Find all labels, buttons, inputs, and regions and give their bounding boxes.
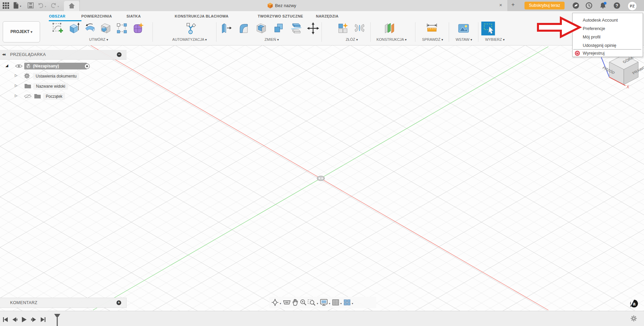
combine-icon[interactable] bbox=[273, 22, 285, 34]
create-sketch-icon[interactable] bbox=[52, 22, 64, 34]
browser-item-poczatek[interactable]: Początek bbox=[43, 93, 65, 100]
project-menu-button[interactable]: PROJEKT ▾ bbox=[3, 21, 40, 42]
joint-icon[interactable] bbox=[353, 22, 366, 34]
component-cube-icon bbox=[26, 63, 31, 69]
look-at-icon[interactable] bbox=[283, 299, 291, 306]
insert-image-icon[interactable] bbox=[457, 22, 470, 34]
shell-icon[interactable] bbox=[255, 22, 267, 34]
group-label-wstaw[interactable]: WSTAW ▾ bbox=[455, 37, 472, 41]
orbit-caret[interactable]: ▾ bbox=[280, 302, 281, 305]
undo-icon[interactable] bbox=[38, 2, 44, 8]
redo-caret[interactable]: ▾ bbox=[58, 5, 59, 8]
browser-root-item[interactable]: (Niezapisany) bbox=[24, 63, 87, 69]
group-separator bbox=[321, 22, 322, 42]
hole-icon[interactable] bbox=[100, 22, 112, 34]
tab-tworzywo-sztuczne[interactable]: TWORZYWO SZTUCZNE bbox=[258, 14, 303, 18]
menu-divider bbox=[573, 49, 641, 50]
eye-off-icon[interactable] bbox=[24, 94, 32, 99]
extrude-icon[interactable] bbox=[68, 22, 80, 34]
browser-item-nazwane-widoki[interactable]: Nazwane widoki bbox=[33, 83, 68, 90]
expand-arrow-open[interactable]: ◢ bbox=[5, 63, 8, 68]
move-copy-icon[interactable] bbox=[307, 22, 319, 34]
menu-item-udostepnij-opinie[interactable]: Udostępnij opinię bbox=[583, 43, 616, 48]
step-forward-icon[interactable] bbox=[31, 317, 36, 322]
pan-icon[interactable] bbox=[292, 299, 299, 306]
extensions-icon[interactable] bbox=[572, 2, 579, 9]
select-icon[interactable] bbox=[481, 22, 495, 35]
browser-item-ustawienia[interactable]: Ustawienia dokumentu bbox=[33, 73, 79, 80]
tab-narzedzia[interactable]: NARZĘDZIA bbox=[316, 14, 338, 18]
notifications-bell-icon[interactable] bbox=[599, 2, 607, 9]
zoom-icon[interactable] bbox=[300, 299, 307, 306]
menu-item-autodesk-account[interactable]: Autodesk Account bbox=[583, 18, 618, 23]
model-canvas[interactable] bbox=[0, 45, 644, 311]
minimize-icon[interactable]: − bbox=[117, 52, 122, 57]
construction-plane-icon[interactable] bbox=[383, 22, 396, 34]
add-comment-icon[interactable]: + bbox=[116, 300, 121, 305]
revolve-icon[interactable] bbox=[84, 22, 96, 34]
group-label-konstrukcja[interactable]: KONSTRUKCJA ▾ bbox=[376, 37, 406, 41]
eye-icon[interactable] bbox=[15, 64, 23, 68]
group-label-wybierz[interactable]: WYBIERZ ▾ bbox=[485, 37, 505, 41]
expand-arrow-icon[interactable]: ▷ bbox=[15, 94, 18, 97]
settings-gear-icon[interactable] bbox=[631, 315, 637, 322]
group-label-sprawdz[interactable]: SPRAWDŹ ▾ bbox=[422, 37, 443, 41]
split-body-icon[interactable] bbox=[290, 22, 302, 34]
skip-end-icon[interactable] bbox=[40, 317, 46, 322]
tab-siatka[interactable]: SIATKA bbox=[127, 14, 141, 18]
viewports-icon[interactable] bbox=[343, 299, 351, 306]
close-tab-button[interactable]: × bbox=[499, 2, 502, 8]
group-label-zloz[interactable]: ZŁÓŻ ▾ bbox=[346, 37, 358, 41]
app-grid-icon[interactable] bbox=[3, 2, 9, 9]
tab-obszar[interactable]: OBSZAR bbox=[49, 14, 66, 18]
help-icon[interactable]: ? bbox=[613, 2, 620, 9]
group-separator bbox=[152, 22, 153, 42]
step-back-icon[interactable] bbox=[12, 317, 18, 322]
menu-item-wyrejestruj[interactable]: Wyrejestruj bbox=[583, 51, 605, 56]
active-tab-underline bbox=[49, 20, 81, 21]
radio-icon[interactable] bbox=[84, 63, 90, 69]
orbit-icon[interactable] bbox=[271, 299, 279, 306]
avatar[interactable]: PZ bbox=[628, 1, 637, 11]
assistant-icon[interactable]: a bbox=[630, 299, 638, 308]
skip-start-icon[interactable] bbox=[3, 317, 8, 322]
file-new-icon[interactable] bbox=[13, 2, 19, 9]
fillet-icon[interactable] bbox=[238, 22, 250, 34]
play-icon[interactable] bbox=[22, 317, 27, 323]
press-pull-icon[interactable] bbox=[220, 22, 232, 34]
expand-arrow-icon[interactable]: ▷ bbox=[15, 73, 18, 77]
redo-icon[interactable] bbox=[50, 2, 57, 8]
tab-powierzchnia[interactable]: POWIERZCHNIA bbox=[81, 14, 112, 18]
new-component-icon[interactable] bbox=[337, 22, 349, 34]
grid-settings-icon[interactable] bbox=[332, 299, 339, 306]
form-icon[interactable] bbox=[132, 22, 144, 34]
zoom-window-caret[interactable]: ▾ bbox=[317, 302, 318, 305]
viewports-caret[interactable]: ▾ bbox=[352, 302, 353, 305]
display-settings-caret[interactable]: ▾ bbox=[329, 302, 330, 305]
display-settings-icon[interactable] bbox=[320, 299, 328, 306]
grid-settings-caret[interactable]: ▾ bbox=[340, 302, 342, 305]
menu-item-preferencje[interactable]: Preferencje bbox=[583, 26, 605, 31]
zoom-window-icon[interactable] bbox=[308, 299, 316, 306]
menu-item-moj-profil[interactable]: Mój profil bbox=[583, 34, 601, 39]
subscribe-button[interactable]: Subskrybuj teraz bbox=[524, 2, 565, 9]
measure-icon[interactable] bbox=[426, 22, 438, 34]
file-menu-caret[interactable]: ▾ bbox=[20, 5, 21, 8]
expand-arrow-icon[interactable]: ▷ bbox=[15, 84, 18, 87]
group-label-utworz[interactable]: UTWÓRZ ▾ bbox=[89, 37, 108, 41]
group-label-automatyzacja[interactable]: AUTOMATYZACJA ▾ bbox=[172, 37, 207, 41]
timeline-marker[interactable] bbox=[54, 314, 61, 326]
pattern-icon[interactable] bbox=[116, 22, 128, 34]
new-tab-button[interactable]: + bbox=[511, 1, 515, 8]
collapse-icon[interactable]: ◀◀ bbox=[2, 53, 5, 56]
folder-icon bbox=[34, 93, 41, 98]
group-label-zmien[interactable]: ZMIEŃ ▾ bbox=[265, 37, 279, 41]
origin-marker[interactable] bbox=[317, 176, 325, 181]
tab-konstrukcja-blachowa[interactable]: KONSTRUKCJA BLACHOWA bbox=[175, 14, 229, 18]
group-separator bbox=[216, 22, 216, 42]
job-status-icon[interactable] bbox=[585, 2, 592, 9]
undo-caret[interactable]: ▾ bbox=[45, 5, 46, 8]
home-icon[interactable] bbox=[69, 3, 75, 8]
save-icon[interactable] bbox=[28, 2, 34, 8]
generative-design-icon[interactable] bbox=[184, 22, 197, 34]
